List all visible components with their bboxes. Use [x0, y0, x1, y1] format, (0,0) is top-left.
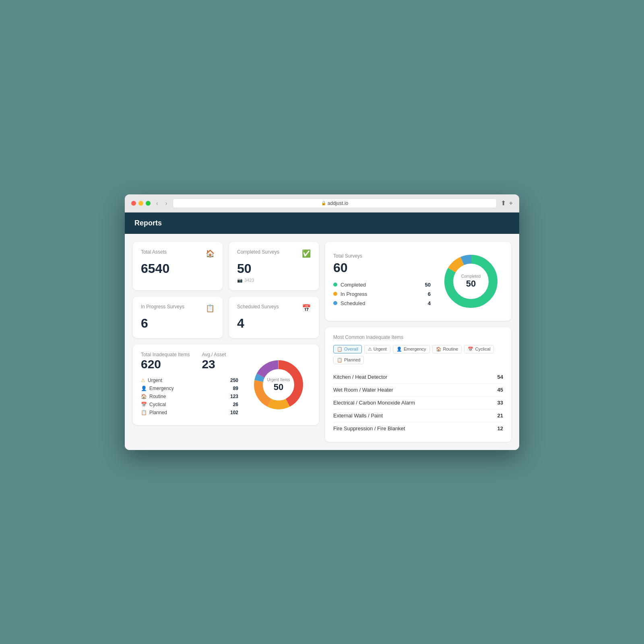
share-button[interactable]: ⬆ [501, 199, 506, 207]
maximize-button[interactable] [146, 201, 151, 206]
scheduled-legend-count: 4 [428, 300, 431, 306]
planned-filter-icon: 📋 [337, 357, 343, 363]
app-header: Reports [125, 213, 519, 234]
total-assets-card: Total Assets 🏠 6540 [133, 242, 223, 290]
inadequate-donut-top: Urgent Items [267, 377, 290, 382]
item-label: Fire Suppression / Fire Blanket [333, 425, 405, 431]
left-panel: Total Assets 🏠 6540 Completed Surveys ✅ … [133, 242, 319, 442]
home-icon: 🏠 [206, 249, 215, 258]
url-text: addjust.io [328, 200, 348, 206]
total-surveys-label: Total Surveys [333, 253, 431, 259]
filter-routine[interactable]: 🏠 Routine [432, 345, 462, 353]
inadequate-items-list: ⚠ Urgent 250 👤 Emergency 89 [141, 378, 238, 415]
common-item: Wet Room / Water Heater 45 [333, 384, 503, 396]
filter-planned[interactable]: 📋 Planned [333, 356, 364, 364]
close-button[interactable] [131, 201, 136, 206]
legend-item-scheduled: Scheduled 4 [333, 300, 431, 306]
total-inadequate-value: 620 [141, 357, 190, 371]
emergency-filter-icon: 👤 [396, 347, 402, 352]
filter-emergency[interactable]: 👤 Emergency [393, 345, 430, 353]
new-tab-button[interactable]: + [509, 199, 513, 207]
inadequate-donut-num: 50 [267, 382, 290, 392]
total-assets-value: 6540 [141, 261, 215, 276]
back-button[interactable]: ‹ [155, 199, 160, 207]
in-progress-card: In Progress Surveys 📋 6 [133, 297, 223, 338]
surveys-donut: Completed 50 [439, 249, 503, 314]
completed-dot [333, 283, 337, 287]
urgent-count: 250 [230, 378, 238, 383]
cyclical-filter-icon: 📅 [468, 347, 473, 352]
inadequate-left: Total Inadequate Items 620 Avg./ Asset 2… [141, 352, 238, 418]
surveys-left: Total Surveys 60 Completed 50 [333, 253, 431, 310]
filter-tabs: 📋 Overall ⚠ Urgent 👤 Emergency 🏠 Routine [333, 345, 503, 364]
address-bar[interactable]: 🔒 addjust.io [173, 198, 496, 208]
legend-label-scheduled: Scheduled [333, 300, 428, 306]
item-count: 12 [497, 425, 503, 431]
list-item: 👤 Emergency 89 [141, 386, 238, 391]
minimize-button[interactable] [138, 201, 143, 206]
item-count: 33 [497, 400, 503, 406]
forward-button[interactable]: › [164, 199, 169, 207]
item-label: External Walls / Paint [333, 413, 383, 419]
surveys-donut-label: Completed 50 [461, 274, 481, 289]
emergency-icon: 👤 [141, 386, 147, 391]
legend-label-inprogress: In Progress [333, 291, 428, 297]
filter-overall[interactable]: 📋 Overall [333, 345, 362, 353]
filter-cyclical[interactable]: 📅 Cyclical [464, 345, 494, 353]
emergency-label: 👤 Emergency [141, 386, 174, 391]
bottom-stats-row: In Progress Surveys 📋 6 Scheduled Survey… [133, 297, 319, 338]
common-item: External Walls / Paint 21 [333, 409, 503, 422]
top-stats-row: Total Assets 🏠 6540 Completed Surveys ✅ … [133, 242, 319, 290]
item-count: 45 [497, 387, 503, 393]
inadequate-donut: Urgent Items 50 [250, 357, 307, 413]
legend-item-inprogress: In Progress 6 [333, 291, 431, 297]
cyclical-label: 📅 Cyclical [141, 402, 166, 407]
legend-item-completed: Completed 50 [333, 282, 431, 288]
in-progress-label: In Progress Surveys [141, 304, 184, 310]
common-item: Kitchen / Heat Detector 54 [333, 371, 503, 384]
scheduled-label: Scheduled Surveys [237, 304, 279, 310]
scheduled-value: 4 [237, 316, 311, 331]
common-item: Fire Suppression / Fire Blanket 12 [333, 422, 503, 435]
routine-icon: 🏠 [141, 394, 147, 399]
completed-surveys-value: 50 [237, 261, 311, 276]
inprogress-legend-count: 6 [428, 291, 431, 297]
urgent-label: ⚠ Urgent [141, 378, 162, 383]
total-assets-label: Total Assets [141, 249, 167, 255]
surveys-donut-num: 50 [461, 278, 481, 289]
emergency-count: 89 [233, 386, 238, 391]
item-label: Kitchen / Heat Detector [333, 374, 387, 380]
in-progress-header: In Progress Surveys 📋 [141, 304, 215, 313]
browser-chrome: ‹ › 🔒 addjust.io ⬆ + [125, 194, 519, 213]
surveys-right: Completed 50 [439, 249, 503, 314]
camera-icon: 📷 [237, 278, 243, 283]
browser-window: ‹ › 🔒 addjust.io ⬆ + Reports Total Asset… [125, 194, 519, 450]
scheduled-card: Scheduled Surveys 📅 4 [229, 297, 319, 338]
item-label: Wet Room / Water Heater [333, 387, 393, 393]
avg-asset-value: 23 [202, 357, 226, 371]
total-assets-header: Total Assets 🏠 [141, 249, 215, 258]
scheduled-dot [333, 301, 337, 305]
scheduled-header: Scheduled Surveys 📅 [237, 304, 311, 313]
page-title: Reports [134, 219, 162, 227]
planned-icon: 📋 [141, 410, 147, 415]
item-label: Electrical / Carbon Monoxide Alarm [333, 400, 415, 406]
dashboard: Total Assets 🏠 6540 Completed Surveys ✅ … [125, 234, 519, 450]
survey-legend: Completed 50 In Progress 6 [333, 282, 431, 306]
common-items-card: Most Common Inadequate Items 📋 Overall ⚠… [325, 327, 511, 442]
total-surveys-card: Total Surveys 60 Completed 50 [325, 242, 511, 321]
filter-urgent[interactable]: ⚠ Urgent [364, 345, 390, 353]
avg-asset-metric: Avg./ Asset 23 [202, 352, 226, 371]
completed-legend-count: 50 [425, 282, 431, 288]
warning-icon: ⚠ [141, 378, 145, 383]
surveys-donut-top: Completed [461, 274, 481, 278]
calendar-icon: 📅 [302, 304, 311, 313]
in-progress-value: 6 [141, 316, 215, 331]
inprogress-dot [333, 292, 337, 296]
routine-label: 🏠 Routine [141, 394, 166, 399]
cyclical-count: 26 [233, 402, 238, 407]
urgent-filter-icon: ⚠ [368, 347, 372, 352]
right-panel: Total Surveys 60 Completed 50 [325, 242, 511, 442]
total-inadequate-metric: Total Inadequate Items 620 [141, 352, 190, 371]
checkmark-icon: ✅ [302, 249, 311, 258]
